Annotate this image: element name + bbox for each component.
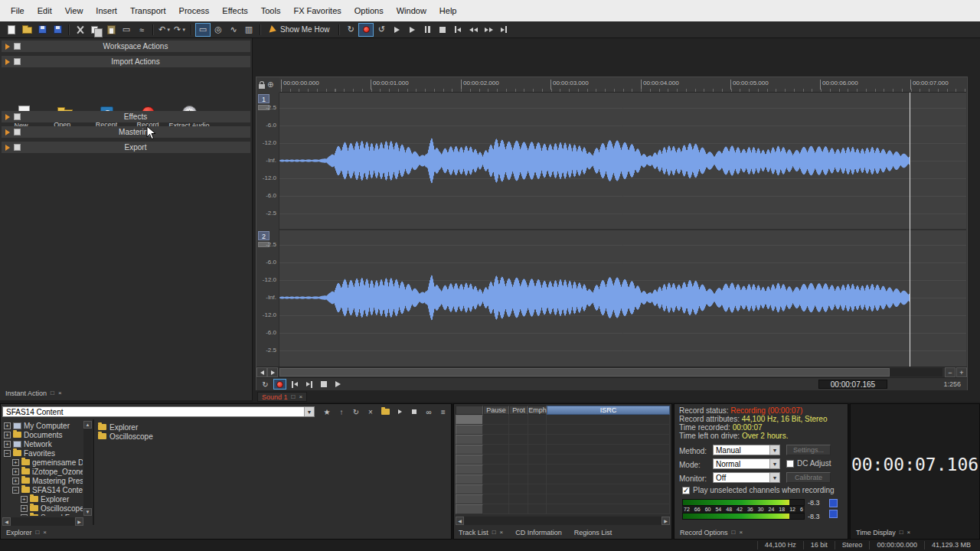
- tree-hscrollbar[interactable]: ◀ ▶: [2, 517, 83, 526]
- menu-transport[interactable]: Transport: [130, 6, 166, 15]
- float-window-icon[interactable]: □: [51, 390, 54, 396]
- loop-playback-icon[interactable]: ↻: [343, 23, 358, 37]
- undo-icon[interactable]: ↶▼: [157, 23, 172, 37]
- row-header[interactable]: [456, 435, 483, 445]
- expander-icon[interactable]: [4, 450, 11, 457]
- play-icon[interactable]: [332, 379, 345, 390]
- time-ruler[interactable]: 00:00:00.000 00:00:01.000 00:00:02.000 0…: [279, 77, 966, 93]
- tab-track-list[interactable]: Track List □ ×: [456, 527, 505, 537]
- play-icon[interactable]: [404, 23, 420, 37]
- row-header[interactable]: [456, 425, 483, 435]
- auto-preview-icon[interactable]: ∞: [423, 406, 435, 417]
- time-display-tab[interactable]: Time Display □ ×: [853, 527, 913, 537]
- scrollbar-thumb[interactable]: [279, 368, 890, 377]
- expander-icon[interactable]: [21, 496, 28, 503]
- pencil-tool-icon[interactable]: ∿: [226, 23, 241, 37]
- track-list-body[interactable]: [456, 415, 670, 514]
- tree-item-favorites[interactable]: Favorites: [2, 448, 83, 458]
- menu-fx-favorites[interactable]: FX Favorites: [293, 6, 341, 15]
- add-favorite-icon[interactable]: ★: [321, 406, 333, 417]
- copy-icon[interactable]: [88, 23, 103, 37]
- chevron-down-icon[interactable]: ▼: [304, 407, 314, 416]
- section-import-actions[interactable]: Import Actions: [2, 56, 250, 67]
- close-icon[interactable]: ×: [299, 393, 302, 400]
- row-header[interactable]: [456, 504, 483, 514]
- trim-icon[interactable]: ▭: [119, 23, 134, 37]
- column-header-blank[interactable]: [456, 406, 483, 415]
- float-window-icon[interactable]: □: [492, 529, 496, 536]
- dc-adjust-row[interactable]: DC Adjust: [786, 459, 831, 468]
- zoom-out-icon[interactable]: −: [945, 367, 956, 377]
- expander-icon[interactable]: [12, 478, 19, 484]
- tree-item-sfas14-content[interactable]: SFAS14 Content: [2, 485, 83, 494]
- channel-2-badge[interactable]: 2: [258, 231, 270, 240]
- dc-adjust-checkbox[interactable]: [786, 460, 794, 468]
- explorer-splitter[interactable]: [93, 419, 94, 525]
- paste-icon[interactable]: [103, 23, 119, 37]
- row-header[interactable]: [456, 415, 483, 425]
- menu-view[interactable]: View: [65, 6, 83, 15]
- tree-item-mastering-presets[interactable]: Mastering Presets: [2, 476, 83, 485]
- column-header-pause[interactable]: Pause: [483, 406, 509, 415]
- section-workspace-actions[interactable]: Workspace Actions: [2, 41, 250, 52]
- column-header-emph[interactable]: Emph: [528, 406, 547, 415]
- replay-icon[interactable]: ↺: [374, 23, 389, 37]
- expander-icon[interactable]: [12, 487, 19, 494]
- show-me-how-button[interactable]: Show Me How: [264, 25, 335, 34]
- tree-item-documents[interactable]: Documents: [2, 430, 83, 439]
- table-row[interactable]: [456, 465, 670, 474]
- menu-help[interactable]: Help: [439, 6, 457, 15]
- views-icon[interactable]: ≡: [437, 406, 449, 417]
- table-row[interactable]: [456, 474, 670, 484]
- table-row[interactable]: [456, 455, 670, 465]
- tree-item-oscilloscope[interactable]: Oscilloscope: [2, 504, 83, 513]
- menu-process[interactable]: Process: [179, 6, 210, 15]
- expander-icon[interactable]: [21, 505, 28, 512]
- waveform-hscrollbar[interactable]: − +: [256, 367, 967, 377]
- tree-item-gemeinsame-dateien[interactable]: gemeinsame Dateien V: [2, 458, 83, 467]
- tree-item-explorer[interactable]: Explorer: [2, 494, 83, 504]
- column-header-isrc[interactable]: ISRC: [547, 406, 670, 415]
- record-options-tab[interactable]: Record Options □ ×: [677, 527, 746, 537]
- tab-regions-list[interactable]: Regions List: [572, 527, 615, 537]
- zoom-in-icon[interactable]: +: [956, 367, 967, 377]
- new-file-icon[interactable]: [4, 23, 19, 37]
- menu-insert[interactable]: Insert: [96, 6, 117, 15]
- table-row[interactable]: [456, 494, 670, 504]
- row-header[interactable]: [456, 445, 483, 455]
- section-export[interactable]: Export: [2, 142, 250, 153]
- forward-icon[interactable]: [481, 23, 496, 37]
- instant-action-tab[interactable]: Instant Action □ ×: [2, 388, 65, 398]
- new-folder-icon[interactable]: [379, 406, 391, 417]
- close-icon[interactable]: ×: [43, 529, 47, 536]
- section-effects[interactable]: Effects: [2, 111, 250, 122]
- table-row[interactable]: [456, 504, 670, 514]
- menu-tools[interactable]: Tools: [261, 6, 281, 15]
- cut-icon[interactable]: [73, 23, 88, 37]
- track-list-hscrollbar[interactable]: ◀ ▶: [456, 517, 670, 525]
- menu-window[interactable]: Window: [397, 6, 426, 15]
- float-window-icon[interactable]: □: [900, 529, 903, 536]
- meter-reset-button[interactable]: [829, 510, 838, 518]
- row-header[interactable]: [456, 494, 483, 504]
- table-row[interactable]: [456, 425, 670, 435]
- mode-select[interactable]: Normal ▼: [713, 458, 780, 469]
- chevron-down-icon[interactable]: ▼: [769, 473, 779, 482]
- expander-icon[interactable]: [4, 422, 11, 429]
- monitor-select[interactable]: Off ▼: [713, 472, 780, 483]
- column-header-prot[interactable]: Prot: [509, 406, 528, 415]
- tree-item-izotope-ozone[interactable]: iZotope_Ozone_Eleme: [2, 467, 83, 476]
- row-header[interactable]: [456, 484, 483, 494]
- lock-icon[interactable]: [259, 84, 265, 89]
- stop-icon[interactable]: [435, 23, 450, 37]
- section-checkbox-icon[interactable]: [14, 58, 21, 65]
- expander-icon[interactable]: [12, 459, 19, 466]
- zoom-ratio[interactable]: 1:256: [943, 380, 961, 388]
- expander-icon[interactable]: [4, 432, 11, 439]
- stop-preview-icon[interactable]: [408, 406, 420, 417]
- explorer-path-combobox[interactable]: SFAS14 Content ▼: [2, 406, 315, 417]
- edit-tool-icon[interactable]: ▭: [195, 23, 211, 37]
- table-row[interactable]: [456, 445, 670, 455]
- close-icon[interactable]: ×: [907, 529, 911, 536]
- scrollbar-track[interactable]: [279, 368, 942, 377]
